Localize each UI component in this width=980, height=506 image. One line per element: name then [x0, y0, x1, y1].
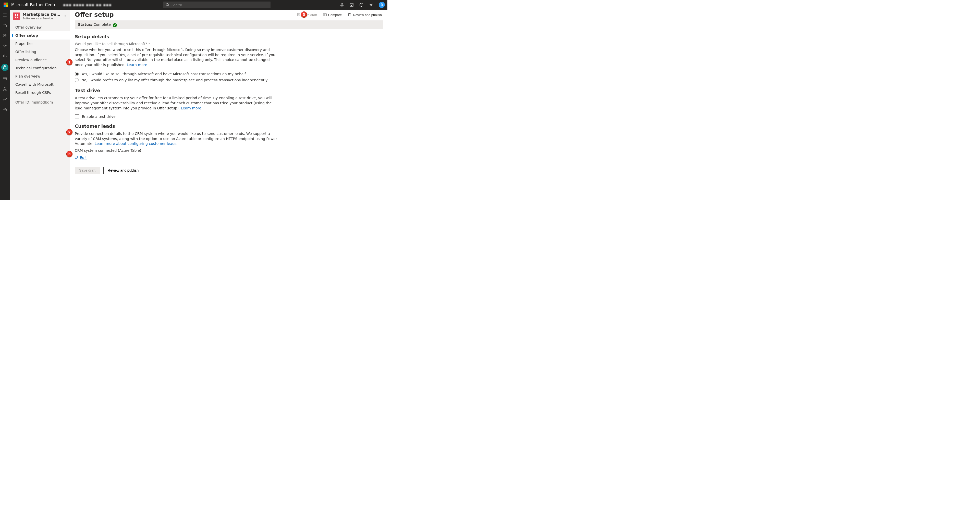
- enable-test-drive-checkbox[interactable]: Enable a test drive: [75, 114, 279, 119]
- diagnostics-icon[interactable]: [350, 3, 354, 7]
- swap-icon[interactable]: [64, 14, 67, 18]
- avatar[interactable]: [379, 2, 385, 8]
- svg-line-1: [168, 5, 169, 6]
- nav-cosell[interactable]: Co-sell with Microsoft: [10, 80, 70, 89]
- sell-no-radio[interactable]: No, I would prefer to only list my offer…: [75, 77, 279, 83]
- hamburger-icon[interactable]: [3, 13, 7, 17]
- marketplace-rail-item[interactable]: [1, 64, 8, 71]
- main-content: Offer setup Save draft Compare Review an…: [70, 10, 383, 200]
- search-icon: [166, 3, 169, 6]
- svg-point-7: [5, 35, 6, 36]
- hdr-review-publish-button[interactable]: Review and publish: [348, 13, 382, 17]
- svg-rect-2: [350, 3, 353, 6]
- svg-point-5: [381, 3, 382, 5]
- person-icon: [380, 3, 383, 6]
- nav-offer-setup[interactable]: Offer setup: [10, 32, 70, 40]
- svg-rect-14: [323, 14, 325, 16]
- clipboard-icon: [348, 13, 352, 17]
- gear-rail-icon[interactable]: [3, 43, 7, 48]
- search-box[interactable]: [163, 2, 270, 8]
- people-icon[interactable]: [3, 33, 7, 38]
- nav-properties[interactable]: Properties: [10, 40, 70, 48]
- annotation-badge-3-bottom: 3: [66, 151, 73, 157]
- hierarchy-icon[interactable]: [3, 87, 7, 91]
- nav-offer-id: Offer ID: msmpdbdm: [10, 98, 70, 106]
- setup-question: Would you like to sell through Microsoft…: [75, 42, 279, 46]
- save-draft-button[interactable]: Save draft: [75, 167, 100, 174]
- enable-test-drive-label: Enable a test drive: [82, 114, 116, 119]
- annotation-badge-1: 1: [66, 59, 73, 65]
- page-title: Offer setup: [75, 11, 114, 18]
- setup-heading: Setup details: [75, 34, 279, 39]
- trend-icon[interactable]: [3, 97, 7, 102]
- nav-preview-audience[interactable]: Preview audience: [10, 56, 70, 64]
- gear-icon[interactable]: [369, 3, 373, 7]
- leads-description: Provide connection details to the CRM sy…: [75, 131, 279, 146]
- nav-resell-csp[interactable]: Resell through CSPs: [10, 89, 70, 97]
- edit-icon: [75, 156, 78, 159]
- top-bar: Microsoft Partner Center ▪▪▪ ▪▪▪▪ ▪▪▪ ▪▪…: [0, 0, 387, 10]
- svg-point-8: [4, 45, 6, 46]
- svg-rect-15: [325, 14, 326, 16]
- svg-point-0: [166, 3, 169, 6]
- help-icon[interactable]: [360, 3, 363, 7]
- sell-yes-radio-input[interactable]: [75, 72, 79, 76]
- offer-tile-icon: [13, 13, 20, 20]
- tenant-blurred: ▪▪▪ ▪▪▪▪ ▪▪▪ ▪▪ ▪▪▪: [63, 3, 112, 7]
- svg-point-10: [4, 87, 5, 88]
- bag-icon: [3, 65, 7, 70]
- leads-learn-link[interactable]: Learn more about configuring customer le…: [95, 141, 178, 146]
- nav-offer-listing[interactable]: Offer listing: [10, 48, 70, 56]
- side-nav: Marketplace Demo - … Software as a Servi…: [10, 10, 70, 200]
- save-icon: [297, 13, 301, 17]
- nav-title: Marketplace Demo - …: [23, 12, 61, 17]
- svg-rect-16: [348, 14, 351, 16]
- left-rail: [0, 10, 10, 200]
- test-drive-description: A test drive lets customers try your off…: [75, 96, 279, 111]
- hdr-compare-button[interactable]: Compare: [323, 13, 342, 17]
- sell-no-label: No, I would prefer to only list my offer…: [81, 78, 268, 82]
- sell-no-radio-input[interactable]: [75, 78, 79, 82]
- sell-yes-radio[interactable]: Yes, I would like to sell through Micros…: [75, 71, 279, 77]
- crm-edit-link[interactable]: Edit: [75, 155, 279, 160]
- setup-learn-more-link[interactable]: Learn more: [127, 63, 147, 67]
- svg-point-6: [3, 34, 5, 36]
- nav-technical-config[interactable]: Technical configuration: [10, 64, 70, 72]
- insights-icon[interactable]: [3, 54, 7, 58]
- leads-heading: Customer leads: [75, 124, 279, 129]
- annotation-badge-2: 2: [66, 129, 73, 135]
- svg-point-4: [371, 4, 372, 6]
- bell-icon[interactable]: [340, 3, 344, 7]
- review-publish-button[interactable]: Review and publish: [103, 167, 143, 174]
- nav-plan-overview[interactable]: Plan overview: [10, 72, 70, 80]
- sell-yes-label: Yes, I would like to sell through Micros…: [81, 72, 246, 76]
- compare-icon: [323, 13, 327, 17]
- check-icon: [113, 23, 117, 27]
- annotation-badge-3-top: 3: [301, 11, 307, 17]
- search-input[interactable]: [172, 3, 270, 7]
- card-icon[interactable]: [3, 76, 7, 81]
- test-drive-section: Test drive A test drive lets customers t…: [75, 88, 279, 119]
- nav-subtitle: Software as a Service: [23, 17, 61, 20]
- status-bar: Status: Complete: [75, 21, 383, 29]
- test-drive-learn-link[interactable]: Learn more.: [181, 106, 202, 110]
- microsoft-logo-icon: [3, 3, 8, 7]
- nav-offer-overview[interactable]: Offer overview: [10, 23, 70, 32]
- brand-title: Microsoft Partner Center: [11, 3, 58, 7]
- toolbox-icon[interactable]: [3, 107, 7, 112]
- bottom-button-row: Save draft Review and publish: [75, 167, 383, 174]
- home-icon[interactable]: [3, 23, 7, 27]
- checkbox-icon: [75, 114, 80, 119]
- svg-rect-9: [3, 78, 6, 80]
- crm-connected-text: CRM system connected (Azure Table): [75, 148, 279, 152]
- test-drive-heading: Test drive: [75, 88, 279, 93]
- setup-description: Choose whether you want to sell this off…: [75, 48, 279, 67]
- nav-header: Marketplace Demo - … Software as a Servi…: [10, 10, 70, 22]
- customer-leads-section: Customer leads Provide connection detail…: [75, 124, 279, 160]
- setup-details-section: Setup details Would you like to sell thr…: [75, 34, 279, 83]
